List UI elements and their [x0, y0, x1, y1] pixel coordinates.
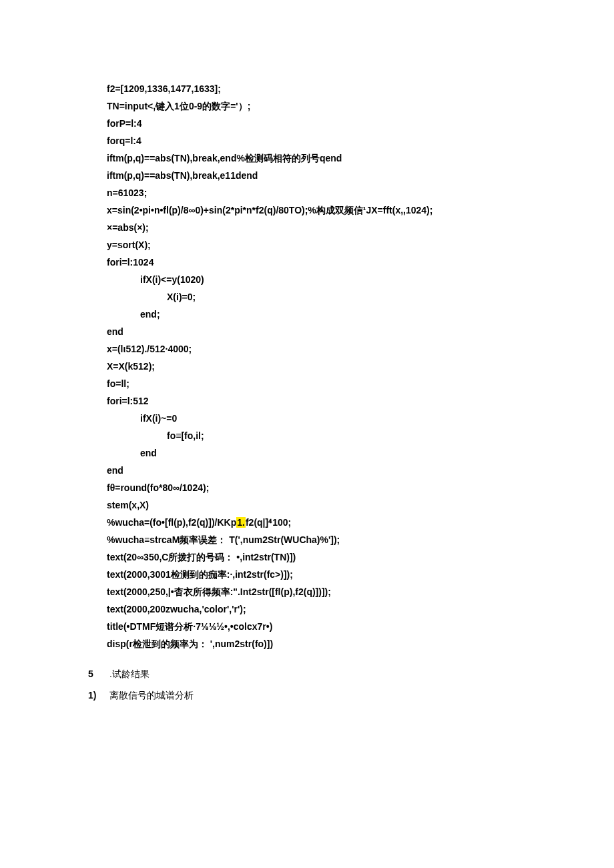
code-line: fori=l:1024 [107, 254, 574, 271]
code-line: ifX(i)<=y(1020) [107, 271, 574, 288]
code-line: X=X(k512); [107, 358, 574, 375]
code-line: end [107, 444, 574, 462]
code-line: n=61023; [107, 184, 574, 201]
code-line: fo=ll; [107, 375, 574, 392]
code-line: X(i)=0; [107, 288, 574, 306]
code-line: %wucha≡strcaM频率误差： T(',num2Str(WUCha)%']… [107, 531, 574, 548]
code-line: fo≡[fo,il; [107, 427, 574, 444]
section-heading: 5 .试龄结果 [88, 665, 574, 683]
highlight-text: 1. [236, 517, 246, 528]
code-line: text(2000,3001检测到的痂率:∙,int2str(fc>)]); [107, 566, 574, 583]
code-line: stem(x,X) [107, 496, 574, 514]
code-line: y=sort(X); [107, 236, 574, 254]
section-number: 5 [88, 665, 107, 683]
code-line: fori=l:512 [107, 392, 574, 410]
section-text: 离散信号的城谱分析 [107, 690, 194, 701]
section-number: 1) [88, 686, 107, 705]
code-line: iftm(p,q)==abs(TN),break,e11dend [107, 167, 574, 184]
code-line: ×=abs(×); [107, 219, 574, 236]
code-line: end [107, 323, 574, 340]
code-line: fθ=round(fo*80∞/1024); [107, 479, 574, 496]
code-line: f2=[1209,1336,1477,1633]; [107, 80, 574, 97]
code-line: x=sin(2•pi•n•fl(p)/8∞0)+sin(2*pi*n*f2(q)… [107, 201, 574, 219]
section-heading: 1) 离散信号的城谱分析 [88, 686, 574, 705]
code-line: disp(r检泄到的频率为： ',num2str(fo)]) [107, 635, 574, 653]
code-line: title(•DTMF短谱分析·7⅛⅛½•,•colcx7r•) [107, 618, 574, 635]
code-line: x=(lι512)./512·4000; [107, 340, 574, 358]
code-text: %wucha=(fo•[fl(p),f2(q)])/KKp [107, 517, 236, 528]
code-line: end [107, 462, 574, 479]
code-line: text(2000,250,|•杳衣所得频率:".Int2str([fl(p),… [107, 583, 574, 600]
code-line-with-highlight: %wucha=(fo•[fl(p),f2(q)])/KKp1.f2(q|]⁴10… [107, 514, 574, 531]
document-page: f2=[1209,1336,1477,1633]; TN=input<,键入1位… [0, 0, 614, 771]
section-text: .试龄结果 [107, 669, 149, 679]
code-line: iftm(p,q)==abs(TN),break,end%检测码相符的列号qen… [107, 149, 574, 167]
code-text: f2(q|]⁴100; [246, 517, 291, 528]
code-line: text(2000,200zwucha,'color','r'); [107, 600, 574, 618]
code-line: forq=l:4 [107, 132, 574, 149]
code-line: ifX(i)~=0 [107, 410, 574, 427]
code-line: forP=l:4 [107, 115, 574, 132]
code-line: end; [107, 306, 574, 323]
code-line: text(20∞350,C所拨打的号码： •,int2str(TN)]) [107, 548, 574, 566]
code-line: TN=input<,键入1位0-9的数字='）; [107, 97, 574, 115]
